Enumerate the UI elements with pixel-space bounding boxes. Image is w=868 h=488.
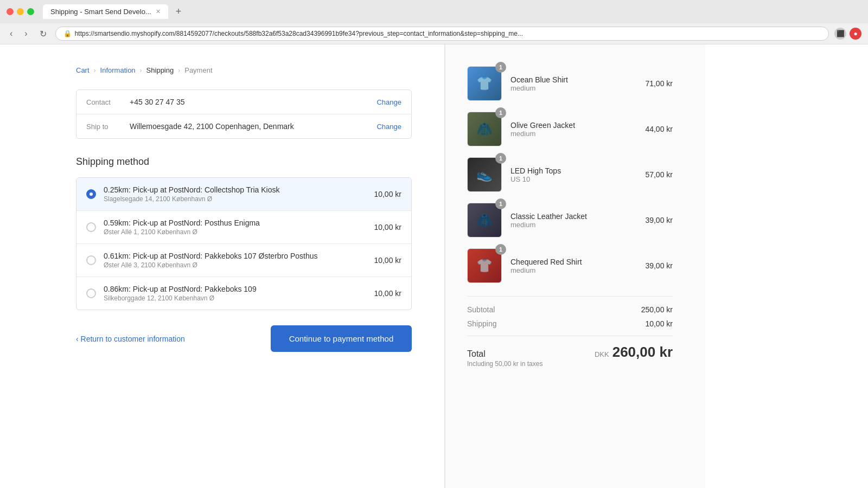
back-button[interactable]: ‹ <box>7 28 16 40</box>
item-name-2: Olive Green Jacket <box>510 121 645 130</box>
item-image-wrap-2: 🧥 1 <box>467 112 502 146</box>
browser-chrome: Shipping - Smart Send Develo... ✕ + ‹ › … <box>0 0 868 44</box>
shipping-value: 10,00 kr <box>645 319 673 328</box>
item-image-wrap-1: 👕 1 <box>467 66 502 101</box>
subtotal-row: Subtotal 250,00 kr <box>467 305 673 314</box>
shipping-row: Shipping 10,00 kr <box>467 319 673 328</box>
item-price-1: 71,00 kr <box>645 79 673 88</box>
shipto-label: Ship to <box>86 123 130 131</box>
browser-titlebar: Shipping - Smart Send Develo... ✕ + <box>0 0 868 23</box>
breadcrumb-information[interactable]: Information <box>100 66 136 74</box>
item-variant-4: medium <box>510 221 645 229</box>
item-price-3: 57,00 kr <box>645 170 673 179</box>
grand-total-label: Total <box>467 349 542 359</box>
item-details-1: Ocean Blue Shirt medium <box>510 75 645 92</box>
reload-button[interactable]: ↻ <box>36 28 50 40</box>
contact-info-box: Contact +45 30 27 47 35 Change Ship to W… <box>76 89 412 139</box>
item-details-2: Olive Green Jacket medium <box>510 121 645 138</box>
item-badge-2: 1 <box>495 107 506 118</box>
order-item-4: 🧥 1 Classic Leather Jacket medium 39,00 … <box>467 203 673 237</box>
item-variant-2: medium <box>510 130 645 138</box>
item-image-wrap-3: 👟 1 <box>467 157 502 192</box>
option-address-3: Øster Allé 3, 2100 København Ø <box>104 261 374 269</box>
option-address-2: Øster Allé 1, 2100 København Ø <box>104 228 374 236</box>
breadcrumb-sep-1: › <box>94 67 96 74</box>
shipping-option-1[interactable]: 0.25km: Pick-up at PostNord: Collectshop… <box>76 178 411 211</box>
radio-option-3[interactable] <box>86 255 96 265</box>
order-item-3: 👟 1 LED High Tops US 10 57,00 kr <box>467 157 673 192</box>
grand-total-amount: 260,00 kr <box>612 344 673 361</box>
order-item-2: 🧥 1 Olive Green Jacket medium 44,00 kr <box>467 112 673 146</box>
shipping-label: Shipping <box>467 319 497 328</box>
extensions-icon[interactable]: ⬛ <box>834 28 846 40</box>
shipping-method-title: Shipping method <box>76 156 412 168</box>
item-price-4: 39,00 kr <box>645 216 673 224</box>
item-badge-5: 1 <box>495 244 506 255</box>
user-icon[interactable]: ● <box>850 28 861 40</box>
shipping-option-2[interactable]: 0.59km: Pick-up at PostNord: Posthus Eni… <box>76 211 411 244</box>
forward-button[interactable]: › <box>21 28 30 40</box>
radio-option-2[interactable] <box>86 222 96 232</box>
subtotal-label: Subtotal <box>467 305 495 314</box>
browser-tab[interactable]: Shipping - Smart Send Develo... ✕ <box>43 4 168 19</box>
item-details-4: Classic Leather Jacket medium <box>510 212 645 229</box>
grand-total-left: Total Including 50,00 kr in taxes <box>467 349 542 368</box>
option-info-2: 0.59km: Pick-up at PostNord: Posthus Eni… <box>104 219 374 236</box>
shipto-change-link[interactable]: Change <box>376 123 401 131</box>
option-info-3: 0.61km: Pick-up at PostNord: Pakkeboks 1… <box>104 252 374 269</box>
subtotal-value: 250,00 kr <box>641 305 673 314</box>
order-item-5: 👕 1 Chequered Red Shirt medium 39,00 kr <box>467 248 673 283</box>
item-image-wrap-4: 🧥 1 <box>467 203 502 237</box>
option-price-4: 10,00 kr <box>374 289 401 298</box>
item-name-3: LED High Tops <box>510 166 645 175</box>
browser-icons: ⬛ ● <box>834 28 861 40</box>
breadcrumb-shipping: Shipping <box>146 66 174 74</box>
item-name-4: Classic Leather Jacket <box>510 212 645 221</box>
continue-button[interactable]: Continue to payment method <box>271 325 412 352</box>
tab-close-icon[interactable]: ✕ <box>156 8 161 15</box>
item-variant-3: US 10 <box>510 175 645 183</box>
breadcrumb: Cart › Information › Shipping › Payment <box>76 66 412 74</box>
item-name-5: Chequered Red Shirt <box>510 258 645 266</box>
option-info-4: 0.86km: Pick-up at PostNord: Pakkeboks 1… <box>104 285 374 302</box>
item-variant-1: medium <box>510 84 645 92</box>
item-badge-4: 1 <box>495 198 506 209</box>
footer-actions: ‹ Return to customer information Continu… <box>76 325 412 352</box>
item-price-5: 39,00 kr <box>645 261 673 270</box>
shipping-option-3[interactable]: 0.61km: Pick-up at PostNord: Pakkeboks 1… <box>76 244 411 277</box>
traffic-lights <box>7 8 34 15</box>
lock-icon: 🔒 <box>63 30 72 37</box>
option-info-1: 0.25km: Pick-up at PostNord: Collectshop… <box>104 185 374 203</box>
close-button[interactable] <box>7 8 14 15</box>
item-badge-1: 1 <box>495 62 506 73</box>
option-address-4: Silkeborggade 12, 2100 København Ø <box>104 294 374 302</box>
order-item-1: 👕 1 Ocean Blue Shirt medium 71,00 kr <box>467 66 673 101</box>
item-details-3: LED High Tops US 10 <box>510 166 645 183</box>
shipping-option-4[interactable]: 0.86km: Pick-up at PostNord: Pakkeboks 1… <box>76 277 411 310</box>
order-summary: 👕 1 Ocean Blue Shirt medium 71,00 kr 🧥 1… <box>445 44 705 488</box>
breadcrumb-sep-3: › <box>178 67 180 74</box>
maximize-button[interactable] <box>27 8 34 15</box>
address-bar[interactable]: 🔒 https://smartsendio.myshopify.com/8814… <box>55 27 829 41</box>
radio-option-4[interactable] <box>86 288 96 298</box>
new-tab-button[interactable]: + <box>176 6 182 17</box>
grand-total-row: Total Including 50,00 kr in taxes DKK 26… <box>467 336 673 368</box>
item-name-1: Ocean Blue Shirt <box>510 75 645 84</box>
return-link[interactable]: ‹ Return to customer information <box>76 335 185 343</box>
option-name-4: 0.86km: Pick-up at PostNord: Pakkeboks 1… <box>104 285 374 293</box>
option-address-1: Slagelsegade 14, 2100 København Ø <box>104 195 374 203</box>
minimize-button[interactable] <box>17 8 24 15</box>
tab-title: Shipping - Smart Send Develo... <box>50 8 151 16</box>
item-price-2: 44,00 kr <box>645 125 673 133</box>
option-name-3: 0.61km: Pick-up at PostNord: Pakkeboks 1… <box>104 252 374 260</box>
option-price-3: 10,00 kr <box>374 256 401 265</box>
option-price-1: 10,00 kr <box>374 190 401 198</box>
shipping-options: 0.25km: Pick-up at PostNord: Collectshop… <box>76 177 412 310</box>
item-details-5: Chequered Red Shirt medium <box>510 258 645 274</box>
contact-change-link[interactable]: Change <box>376 98 401 106</box>
radio-option-1[interactable] <box>86 189 96 199</box>
item-image-1: 👕 <box>467 66 502 101</box>
grand-total-currency: DKK <box>595 350 609 358</box>
shipto-value: Willemoesgade 42, 2100 Copenhagen, Denma… <box>130 122 376 131</box>
breadcrumb-cart[interactable]: Cart <box>76 66 90 74</box>
